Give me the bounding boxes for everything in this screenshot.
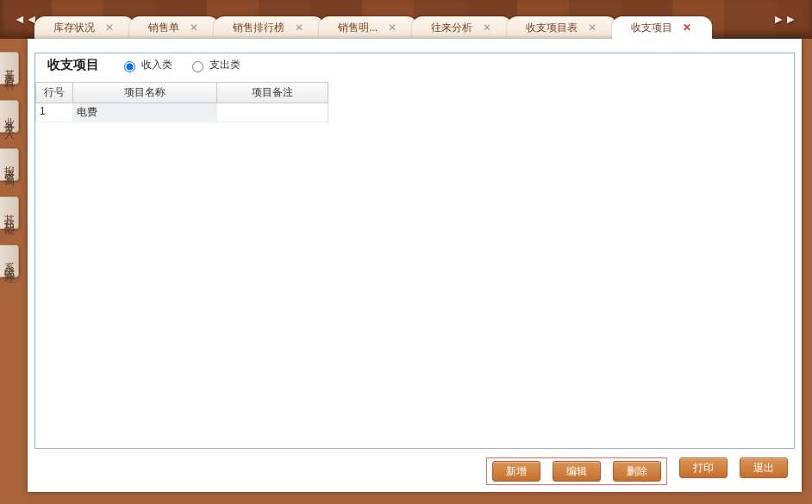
radio-expense[interactable]: 支出类 <box>188 58 240 72</box>
main-panel: 收支项目 收入类 支出类 行号 项目名称 项目备注 <box>28 39 802 492</box>
close-icon[interactable]: ✕ <box>293 22 305 34</box>
table-header: 行号 项目名称 项目备注 <box>35 82 328 103</box>
tab-income-expense-item[interactable]: 收支项目 ✕ <box>612 16 712 39</box>
app-root: ◄◄ ►► 库存状况 ✕ 销售单 ✕ 销售排行榜 ✕ 销售明... ✕ 往来分析… <box>0 0 812 504</box>
col-note[interactable]: 项目备注 <box>217 83 328 103</box>
tab-label: 往来分析 <box>431 21 472 35</box>
panel-frame: 收支项目 收入类 支出类 行号 项目名称 项目备注 <box>34 53 795 449</box>
panel-title: 收支项目 <box>47 57 99 73</box>
sidebar-item-label: 业务录入 <box>3 109 16 123</box>
sidebar-item-label: 报表查询 <box>3 158 16 171</box>
radio-income[interactable]: 收入类 <box>120 58 172 72</box>
tabs-scroll-right-icon[interactable]: ►► <box>772 12 796 26</box>
radio-expense-input[interactable] <box>192 61 203 72</box>
cell-rowno: 1 <box>36 103 73 121</box>
add-button[interactable]: 新增 <box>492 461 540 482</box>
items-table: 行号 项目名称 项目备注 1 电费 <box>35 82 328 122</box>
delete-button[interactable]: 删除 <box>613 461 661 482</box>
col-rowno[interactable]: 行号 <box>36 83 73 103</box>
sidebar-item-report[interactable]: 报表查询 <box>0 148 19 181</box>
tab-income-expense-report[interactable]: 收支项目表 ✕ <box>507 16 617 39</box>
tab-label: 销售排行榜 <box>233 21 284 35</box>
tab-label: 收支项目表 <box>526 21 578 35</box>
tab-label: 销售明... <box>338 21 378 35</box>
cell-note <box>217 103 328 121</box>
close-icon[interactable]: ✕ <box>586 22 598 34</box>
tab-label: 库存状况 <box>53 21 95 35</box>
crud-button-group: 新增 编辑 删除 <box>486 457 667 485</box>
exit-button[interactable]: 退出 <box>740 457 788 478</box>
close-icon[interactable]: ✕ <box>481 22 493 34</box>
sidebar-item-label: 系统管理 <box>3 254 16 268</box>
tab-bar: ◄◄ ►► 库存状况 ✕ 销售单 ✕ 销售排行榜 ✕ 销售明... ✕ 往来分析… <box>0 0 812 39</box>
close-icon[interactable]: ✕ <box>681 22 693 34</box>
panel-header: 收支项目 收入类 支出类 <box>35 53 794 82</box>
close-icon[interactable]: ✕ <box>386 22 398 34</box>
tab-sales-detail[interactable]: 销售明... ✕ <box>319 16 417 39</box>
tab-ar-analysis[interactable]: 往来分析 ✕ <box>412 16 512 39</box>
sidebar-item-other[interactable]: 其它功能 <box>0 196 19 229</box>
sidebar-item-label: 其它功能 <box>3 206 16 220</box>
footer-buttons: 新增 编辑 删除 打印 退出 <box>28 457 802 485</box>
edit-button[interactable]: 编辑 <box>553 461 601 482</box>
sidebar: 基本资料 业务录入 报表查询 其它功能 系统管理 <box>0 52 17 293</box>
sidebar-item-system[interactable]: 系统管理 <box>0 245 19 277</box>
tab-sales-order[interactable]: 销售单 ✕ <box>129 16 219 39</box>
sidebar-item-basic[interactable]: 基本资料 <box>0 52 19 84</box>
table-row[interactable]: 1 电费 <box>35 103 328 122</box>
col-name[interactable]: 项目名称 <box>73 83 217 103</box>
radio-income-label: 收入类 <box>141 58 172 72</box>
tab-sales-rank[interactable]: 销售排行榜 ✕ <box>214 16 324 39</box>
tab-inventory[interactable]: 库存状况 ✕ <box>34 16 134 39</box>
cell-name: 电费 <box>73 103 217 121</box>
tab-label: 销售单 <box>148 21 179 35</box>
radio-income-input[interactable] <box>124 61 135 72</box>
print-button[interactable]: 打印 <box>679 457 728 478</box>
type-radio-group: 收入类 支出类 <box>120 58 240 72</box>
tab-label: 收支项目 <box>631 21 672 35</box>
sidebar-item-business[interactable]: 业务录入 <box>0 100 19 133</box>
sidebar-item-label: 基本资料 <box>3 61 16 75</box>
close-icon[interactable]: ✕ <box>103 22 116 34</box>
close-icon[interactable]: ✕ <box>188 22 200 34</box>
table-body: 1 电费 <box>35 103 328 122</box>
radio-expense-label: 支出类 <box>209 58 240 72</box>
